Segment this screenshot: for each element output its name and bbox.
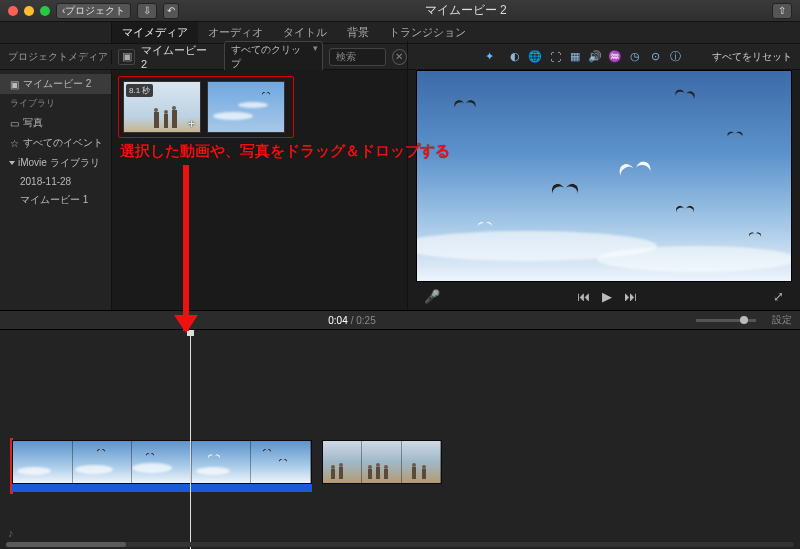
maximize-window[interactable] <box>40 6 50 16</box>
sidebar: ▣ マイムービー 2 ライブラリ ▭ 写真 ☆ すべてのイベント iMovie … <box>0 70 112 310</box>
sidebar-item-imovie-lib[interactable]: iMovie ライブラリ <box>0 153 111 173</box>
undo-button[interactable]: ↶ <box>163 3 179 19</box>
clip-thumbnail-1[interactable]: 8.1 秒 + <box>123 81 201 133</box>
sidebar-item-all-events[interactable]: ☆ すべてのイベント <box>0 133 111 153</box>
timeline-clip-1[interactable] <box>12 440 312 484</box>
next-button[interactable]: ⏭ <box>624 289 637 304</box>
clip-duration-badge: 8.1 秒 <box>126 84 153 97</box>
timeline-ruler: 0:04 / 0:25 設定 <box>0 310 800 330</box>
sidebar-photos-label: 写真 <box>23 116 43 130</box>
layout-toggle[interactable]: ▣ <box>118 49 135 65</box>
disclosure-icon <box>9 161 15 165</box>
import-button[interactable]: ⇩ <box>137 3 157 19</box>
sidebar-item-movie1[interactable]: マイムービー 1 <box>0 190 111 210</box>
play-button[interactable]: ▶ <box>602 289 612 304</box>
sidebar-item-date[interactable]: 2018-11-28 <box>0 173 111 190</box>
breadcrumb: マイムービー 2 <box>141 43 212 70</box>
sidebar-project-label: マイムービー 2 <box>23 77 91 91</box>
speed-icon[interactable]: ◷ <box>628 50 642 64</box>
timeline-scrollbar[interactable] <box>6 542 794 547</box>
reset-all-button[interactable]: すべてをリセット <box>712 50 792 64</box>
color-correct-icon[interactable]: 🌐 <box>528 50 542 64</box>
close-window[interactable] <box>8 6 18 16</box>
share-button[interactable]: ⇧ <box>772 3 792 19</box>
selection-highlight: 8.1 秒 + <box>118 76 294 138</box>
timeline-clip-2[interactable] <box>322 440 442 484</box>
time-duration: / 0:25 <box>351 315 376 326</box>
music-track-icon: ♪ <box>8 527 14 539</box>
titlebar: ‹ プロジェクト ⇩ ↶ マイムービー 2 ⇧ <box>0 0 800 22</box>
audio-track[interactable] <box>12 484 312 492</box>
timeline-settings-button[interactable]: 設定 <box>772 313 792 327</box>
sidebar-lib-label: iMovie ライブラリ <box>18 156 100 170</box>
mic-icon[interactable]: 🎤 <box>424 289 440 304</box>
minimize-window[interactable] <box>24 6 34 16</box>
window-controls <box>8 6 50 16</box>
filter-icon[interactable]: ⊙ <box>648 50 662 64</box>
zoom-slider[interactable] <box>696 319 756 322</box>
fullscreen-icon[interactable]: ⤢ <box>773 289 784 304</box>
crop-icon[interactable]: ⛶ <box>548 50 562 64</box>
sidebar-all-events-label: すべてのイベント <box>23 136 103 150</box>
timeline[interactable]: ♪ <box>0 330 800 549</box>
annotation-arrow <box>183 165 189 331</box>
preview-pane: 🎤 ⏮ ▶ ⏭ ⤢ <box>408 70 800 310</box>
clip-thumbnail-2[interactable] <box>207 81 285 133</box>
info-icon[interactable]: ⓘ <box>668 50 682 64</box>
add-clip-icon[interactable]: + <box>188 120 198 130</box>
clear-search-icon[interactable]: ✕ <box>392 49 407 65</box>
volume-icon[interactable]: 🔊 <box>588 50 602 64</box>
window-title: マイムービー 2 <box>179 2 752 19</box>
clip-filter-select[interactable]: すべてのクリップ <box>224 41 323 73</box>
back-label: プロジェクト <box>65 4 125 18</box>
video-track[interactable] <box>12 440 442 488</box>
media-browser[interactable]: 8.1 秒 + <box>112 70 408 310</box>
time-current: 0:04 <box>328 315 347 326</box>
back-to-projects-button[interactable]: ‹ プロジェクト <box>56 3 131 19</box>
duration-value: 0:25 <box>356 315 375 326</box>
noise-icon[interactable]: ♒ <box>608 50 622 64</box>
main-area: ▣ マイムービー 2 ライブラリ ▭ 写真 ☆ すべてのイベント iMovie … <box>0 70 800 310</box>
stabilize-icon[interactable]: ▦ <box>568 50 582 64</box>
magic-wand-icon[interactable]: ✦ <box>482 50 496 64</box>
preview-viewer[interactable] <box>416 70 792 282</box>
prev-button[interactable]: ⏮ <box>577 289 590 304</box>
color-balance-icon[interactable]: ◐ <box>508 50 522 64</box>
transport-bar: 🎤 ⏮ ▶ ⏭ ⤢ <box>408 282 800 310</box>
sidebar-item-photos[interactable]: ▭ 写真 <box>0 113 111 133</box>
playhead[interactable] <box>190 330 191 549</box>
sidebar-item-project[interactable]: ▣ マイムービー 2 <box>0 74 111 94</box>
annotation-text: 選択した動画や、写真をドラッグ＆ドロップする <box>120 142 450 161</box>
sidebar-header: プロジェクトメディア <box>0 50 112 64</box>
search-input[interactable]: 検索 <box>329 48 386 66</box>
secondary-bar: プロジェクトメディア ▣ マイムービー 2 すべてのクリップ 検索 ✕ ✦ ◐ … <box>0 44 800 70</box>
sidebar-library-header: ライブラリ <box>0 94 111 113</box>
